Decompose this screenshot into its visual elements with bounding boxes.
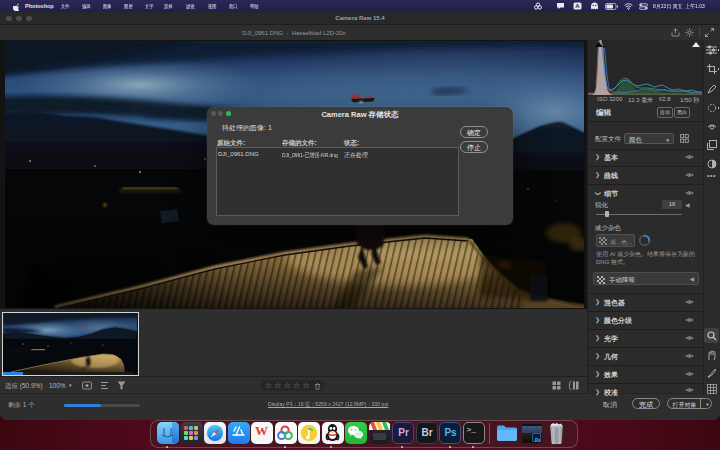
svg-text:A: A: [575, 3, 580, 9]
